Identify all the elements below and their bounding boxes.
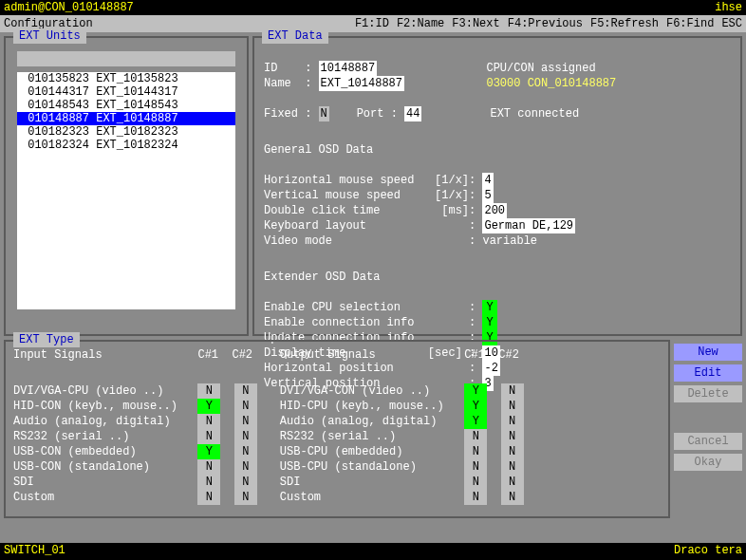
signal-row: Audio (analog, digital) N N: [13, 414, 257, 429]
menubar: Configuration F1:ID F2:Name F3:Next F4:P…: [0, 15, 746, 32]
signal-row: HID-CON (keyb., mouse..) Y N: [13, 399, 257, 414]
dct-field[interactable]: 200: [482, 203, 507, 218]
signal-c1[interactable]: Y: [197, 444, 220, 459]
unit-list-item[interactable]: 010135823 EXT_10135823: [17, 72, 235, 85]
signal-c2[interactable]: N: [501, 444, 524, 459]
signal-c1[interactable]: N: [464, 475, 487, 490]
signal-c2[interactable]: N: [234, 475, 257, 490]
dct-label: Double click time [ms]:: [264, 204, 482, 217]
signal-c1[interactable]: N: [464, 444, 487, 459]
port-field[interactable]: 44: [404, 106, 421, 121]
signal-c1[interactable]: N: [197, 475, 220, 490]
fkey-esc[interactable]: ESC: [721, 17, 742, 30]
signal-c2[interactable]: N: [234, 399, 257, 414]
signal-c1[interactable]: N: [464, 429, 487, 444]
assigned-value: 03000 CON_010148887: [486, 77, 616, 90]
signal-c1[interactable]: Y: [197, 399, 220, 414]
signal-c2[interactable]: N: [234, 414, 257, 429]
vm-value: variable: [482, 234, 537, 248]
unit-list-item[interactable]: 010148887 EXT_10148887: [17, 112, 235, 125]
input-signals-heading: Input Signals C#1 C#2: [13, 347, 257, 363]
assigned-label: CPU/CON assigned: [486, 62, 595, 75]
signal-c1[interactable]: Y: [464, 383, 487, 399]
hms-label: Horizontal mouse speed [1/x]:: [264, 174, 482, 187]
signal-c1[interactable]: Y: [464, 414, 487, 429]
name-field[interactable]: EXT_10148887: [319, 76, 404, 91]
unit-list-item[interactable]: 010182323 EXT_10182323: [17, 125, 235, 139]
signal-c2[interactable]: N: [501, 399, 524, 414]
session-label: admin@CON_010148887: [4, 1, 134, 14]
signal-c1[interactable]: N: [464, 490, 487, 505]
signal-c1[interactable]: N: [197, 429, 220, 444]
signal-c1[interactable]: N: [197, 383, 220, 399]
signal-c2[interactable]: N: [501, 459, 524, 475]
fixed-field[interactable]: N: [319, 106, 329, 121]
signal-c2[interactable]: N: [501, 475, 524, 490]
signal-c2[interactable]: N: [234, 459, 257, 475]
ecs-label: Enable CPU selection :: [264, 301, 482, 314]
signal-row: DVI/VGA-CON (video ..) Y N: [280, 383, 524, 399]
kbl-label: Keyboard layout :: [264, 219, 482, 233]
panel-ext-data: EXT Data ID : 10148887 CPU/CON assigned …: [252, 36, 742, 336]
signal-c2[interactable]: N: [501, 383, 524, 399]
fixed-label: Fixed :: [264, 107, 319, 121]
ecs-field[interactable]: Y: [482, 300, 496, 315]
eci-label: Enable connection info :: [264, 316, 482, 329]
vm-label: Video mode :: [264, 234, 482, 248]
switch-label: SWITCH_01: [4, 544, 65, 557]
fkey-f3[interactable]: F3:Next: [452, 17, 499, 30]
port-label: Port :: [357, 107, 404, 121]
signal-row: USB-CPU (embedded) N N: [280, 444, 524, 459]
signal-c2[interactable]: N: [234, 383, 257, 399]
signal-c1[interactable]: N: [197, 490, 220, 505]
signal-c2[interactable]: N: [234, 444, 257, 459]
eci-field[interactable]: Y: [482, 315, 496, 330]
signal-row: HID-CPU (keyb., mouse..) Y N: [280, 399, 524, 414]
id-field[interactable]: 10148887: [319, 61, 378, 76]
unit-list-item[interactable]: 010148543 EXT_10148543: [17, 99, 235, 112]
signal-row: Custom N N: [13, 490, 257, 505]
extender-osd-heading: Extender OSD Data: [264, 271, 380, 284]
signal-c1[interactable]: N: [464, 459, 487, 475]
connected-label: EXT connected: [490, 107, 579, 121]
signal-row: SDI N N: [13, 475, 257, 490]
unit-search-input[interactable]: [17, 51, 235, 66]
okay-button[interactable]: Okay: [674, 454, 742, 471]
panel-title-ext-units: EXT Units: [13, 28, 86, 44]
signal-c2[interactable]: N: [234, 490, 257, 505]
vms-field[interactable]: 5: [482, 188, 493, 203]
brand-label: ihse: [715, 1, 742, 14]
signal-row: USB-CON (standalone) N N: [13, 459, 257, 475]
signal-c1[interactable]: N: [197, 414, 220, 429]
panel-ext-units: EXT Units 010135823 EXT_10135823 0101443…: [4, 36, 249, 336]
unit-list[interactable]: 010135823 EXT_10135823 010144317 EXT_101…: [17, 72, 235, 309]
kbl-field[interactable]: German DE,129: [482, 218, 575, 233]
signal-row: SDI N N: [280, 475, 524, 490]
output-signals-heading: Output Signals C#1 C#2: [280, 347, 524, 363]
signal-row: USB-CPU (standalone) N N: [280, 459, 524, 475]
vms-label: Vertical mouse speed [1/x]:: [264, 189, 482, 202]
signal-c2[interactable]: N: [501, 490, 524, 505]
signal-row: RS232 (serial ..) N N: [13, 429, 257, 444]
fkey-f1[interactable]: F1:ID: [355, 17, 389, 30]
signal-c2[interactable]: N: [501, 414, 524, 429]
signal-c2[interactable]: N: [234, 429, 257, 444]
fkey-f6[interactable]: F6:Find: [666, 17, 714, 30]
unit-list-item[interactable]: 010144317 EXT_10144317: [17, 85, 235, 99]
signal-row: Audio (analog, digital) Y N: [280, 414, 524, 429]
product-label: Draco tera: [674, 544, 742, 557]
signal-row: DVI/VGA-CPU (video ..) N N: [13, 383, 257, 399]
hms-field[interactable]: 4: [482, 173, 493, 188]
signal-c2[interactable]: N: [501, 429, 524, 444]
cancel-button[interactable]: Cancel: [674, 433, 742, 450]
id-label: ID :: [264, 62, 319, 75]
signal-row: RS232 (serial ..) N N: [280, 429, 524, 444]
fkey-f5[interactable]: F5:Refresh: [590, 17, 659, 30]
fkey-f2[interactable]: F2:Name: [397, 17, 444, 30]
unit-list-item[interactable]: 010182324 EXT_10182324: [17, 139, 235, 152]
panel-ext-type: EXT Type Input Signals C#1 C#2 DVI/VGA-C…: [4, 340, 670, 518]
signal-c1[interactable]: N: [197, 459, 220, 475]
signal-c1[interactable]: Y: [464, 399, 487, 414]
fkey-f4[interactable]: F4:Previous: [508, 17, 583, 30]
name-label: Name :: [264, 77, 319, 90]
